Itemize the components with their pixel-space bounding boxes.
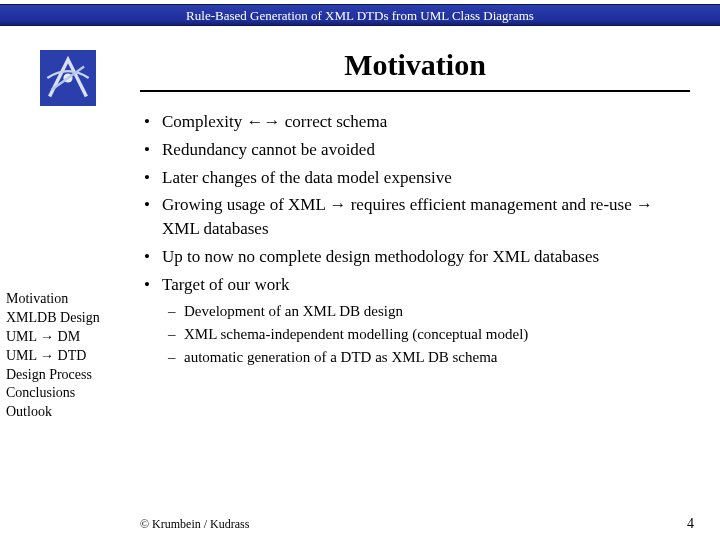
- sidebar-item: Design Process: [6, 366, 136, 385]
- sidebar-item: Outlook: [6, 403, 136, 422]
- footer: © Krumbein / Kudrass 4: [0, 516, 720, 532]
- sidebar-item: UML → DM: [6, 328, 136, 347]
- copyright-text: © Krumbein / Kudrass: [140, 517, 249, 532]
- list-item-text: Growing usage of XML → requires efficien…: [162, 195, 653, 238]
- logo-icon: [40, 50, 96, 106]
- list-item-text: Target of our work: [162, 275, 289, 294]
- header-bar: Rule-Based Generation of XML DTDs from U…: [0, 4, 720, 26]
- header-title: Rule-Based Generation of XML DTDs from U…: [186, 8, 534, 23]
- sidebar-item: UML → DTD: [6, 347, 136, 366]
- content-area: Motivation Complexity ←→ correct schema …: [140, 48, 690, 368]
- list-item: Later changes of the data model expensiv…: [140, 166, 690, 190]
- bullet-list: Complexity ←→ correct schema Redundancy …: [140, 110, 690, 368]
- sidebar-item: XMLDB Design: [6, 309, 136, 328]
- sidebar-item: Motivation: [6, 290, 136, 309]
- page-number: 4: [687, 516, 694, 532]
- list-item: Redundancy cannot be avoided: [140, 138, 690, 162]
- list-item: Growing usage of XML → requires efficien…: [140, 193, 690, 241]
- sub-list-item: automatic generation of a DTD as XML DB …: [162, 347, 690, 368]
- outline-sidebar: Motivation XMLDB Design UML → DM UML → D…: [6, 290, 136, 422]
- title-divider: [140, 90, 690, 92]
- list-item-text: Later changes of the data model expensiv…: [162, 168, 452, 187]
- sub-list: Development of an XML DB design XML sche…: [162, 301, 690, 368]
- list-item: Up to now no complete design methodology…: [140, 245, 690, 269]
- list-item-text: Redundancy cannot be avoided: [162, 140, 375, 159]
- list-item-text: Up to now no complete design methodology…: [162, 247, 599, 266]
- slide-title: Motivation: [140, 48, 690, 82]
- list-item: Complexity ←→ correct schema: [140, 110, 690, 134]
- sidebar-item: Conclusions: [6, 384, 136, 403]
- sub-list-item: XML schema-independent modelling (concep…: [162, 324, 690, 345]
- list-item-text: Complexity ←→ correct schema: [162, 112, 387, 131]
- sub-list-item: Development of an XML DB design: [162, 301, 690, 322]
- list-item: Target of our work Development of an XML…: [140, 273, 690, 368]
